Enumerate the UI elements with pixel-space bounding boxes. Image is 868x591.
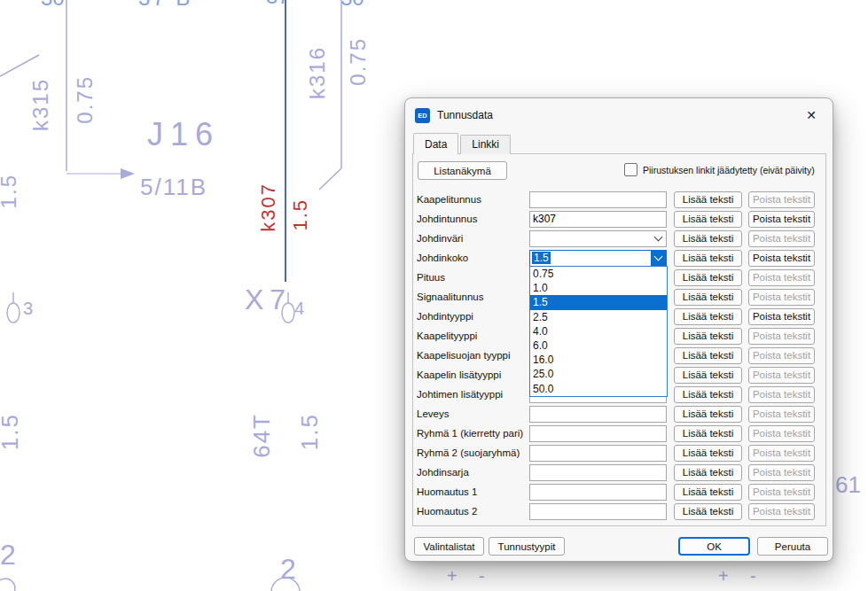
field-input[interactable] [529, 503, 667, 520]
add-text-button[interactable]: Lisää teksti [674, 386, 742, 403]
drawing-label: 2 [280, 555, 296, 583]
dialog-titlebar[interactable]: ED Tunnusdata ✕ [405, 98, 833, 132]
field-input[interactable] [529, 445, 667, 462]
valintalistat-button[interactable]: Valintalistat [414, 537, 484, 556]
drawing-label: 5/11B [140, 175, 207, 198]
drawing-label: X7 [245, 285, 292, 314]
drawing-label: k316 [307, 46, 328, 99]
add-text-button[interactable]: Lisää teksti [674, 308, 742, 325]
remove-texts-button[interactable]: Poista tekstit [748, 250, 815, 267]
drawing-label: k315 [30, 78, 51, 131]
field-combobox[interactable]: 1.5 [529, 250, 667, 267]
field-input[interactable] [529, 425, 667, 442]
field-label: Kaapelityyppi [417, 330, 529, 341]
ok-button[interactable]: OK [678, 537, 750, 556]
tab-linkki[interactable]: Linkki [460, 135, 511, 154]
add-text-button[interactable]: Lisää teksti [674, 406, 742, 423]
add-text-button[interactable]: Lisää teksti [674, 211, 742, 228]
field-row: Johdinkoko1.5Lisää tekstiPoista tekstit [413, 248, 825, 268]
combo-dropdown-button[interactable] [651, 231, 666, 246]
field-label: Ryhmä 2 (suojaryhmä) [417, 447, 529, 458]
drawing-label: 37 [266, 0, 290, 7]
dropdown-item[interactable]: 25.0 [530, 367, 667, 381]
drawing-label: k307 [259, 183, 278, 232]
johdinkoko-dropdown-list: 0.751.01.52.54.06.016.025.050.0 [529, 266, 668, 397]
drawing-label: 0.75 [74, 75, 96, 124]
dropdown-item[interactable]: 16.0 [530, 353, 667, 367]
field-input[interactable] [529, 191, 667, 208]
combo-value [530, 231, 651, 246]
drawing-label: 2 [0, 540, 16, 569]
add-text-button[interactable]: Lisää teksti [674, 484, 742, 501]
field-input[interactable] [529, 211, 667, 228]
remove-texts-button: Poista tekstit [748, 445, 815, 462]
cancel-button[interactable]: Peruuta [757, 537, 828, 556]
remove-texts-button[interactable]: Poista tekstit [748, 211, 815, 228]
tab-page-data: Listanäkymä Piirustuksen linkit jäädytet… [412, 153, 826, 526]
drawing-label: - [479, 567, 485, 585]
remove-texts-button: Poista tekstit [748, 406, 815, 423]
drawing-label: 37 B [138, 0, 192, 9]
chevron-down-icon [654, 233, 663, 242]
drawing-label: 4 [294, 299, 304, 317]
field-row: JohdinsarjaLisää tekstiPoista tekstit [413, 463, 825, 482]
field-label: Johdintunnus [417, 214, 529, 224]
drawing-label: 1.5 [0, 413, 21, 450]
dropdown-item[interactable]: 4.0 [530, 324, 667, 338]
dropdown-item[interactable]: 2.5 [530, 310, 667, 324]
field-input[interactable] [529, 406, 667, 423]
tab-data[interactable]: Data [413, 133, 458, 154]
add-text-button[interactable]: Lisää teksti [674, 445, 742, 462]
field-row: KaapelitunnusLisää tekstiPoista tekstit [413, 190, 825, 209]
list-view-button[interactable]: Listanäkymä [418, 161, 507, 180]
remove-texts-button: Poista tekstit [748, 289, 815, 306]
add-text-button[interactable]: Lisää teksti [674, 464, 742, 481]
field-label: Kaapelisuojan tyyppi [417, 350, 529, 361]
field-label: Huomautus 1 [417, 486, 529, 497]
add-text-button[interactable]: Lisää teksti [674, 367, 742, 384]
dropdown-item[interactable]: 1.0 [530, 281, 667, 295]
remove-texts-button: Poista tekstit [748, 367, 815, 384]
combo-selected-value: 1.5 [532, 252, 551, 264]
drawing-label: - [750, 567, 756, 585]
add-text-button[interactable]: Lisää teksti [674, 503, 742, 520]
field-row: Huomautus 1Lisää tekstiPoista tekstit [413, 482, 825, 502]
field-combobox[interactable] [529, 230, 667, 247]
add-text-button[interactable]: Lisää teksti [674, 347, 742, 364]
drawing-label: 0.75 [348, 37, 369, 86]
add-text-button[interactable]: Lisää teksti [674, 425, 742, 442]
dropdown-item[interactable]: 1.5 [530, 295, 667, 309]
add-text-button[interactable]: Lisää teksti [674, 250, 742, 267]
field-input[interactable] [529, 484, 667, 501]
close-icon[interactable]: ✕ [799, 104, 824, 127]
dropdown-item[interactable]: 0.75 [530, 267, 667, 281]
tunnusdata-dialog: ED Tunnusdata ✕ Data Linkki Listanäkymä … [404, 97, 833, 562]
freeze-links-option: Piirustuksen linkit jäädytetty (eivät pä… [624, 163, 815, 176]
add-text-button[interactable]: Lisää teksti [674, 191, 742, 208]
add-text-button[interactable]: Lisää teksti [674, 289, 742, 306]
remove-texts-button: Poista tekstit [748, 328, 815, 345]
combo-value: 1.5 [530, 251, 651, 266]
dropdown-item[interactable]: 6.0 [530, 338, 667, 353]
add-text-button[interactable]: Lisää teksti [674, 328, 742, 345]
combo-dropdown-button[interactable] [651, 251, 666, 266]
remove-texts-button: Poista tekstit [748, 347, 815, 364]
tab-strip: Data Linkki [413, 135, 512, 154]
tunnustyypit-button[interactable]: Tunnustyypit [489, 537, 565, 556]
remove-texts-button: Poista tekstit [748, 464, 815, 481]
drawing-label: 61 [835, 473, 861, 496]
freeze-links-checkbox[interactable] [624, 163, 637, 176]
remove-texts-button: Poista tekstit [748, 269, 815, 286]
field-label: Johdintyyppi [417, 311, 529, 322]
add-text-button[interactable]: Lisää teksti [674, 269, 742, 286]
dropdown-item[interactable]: 50.0 [530, 382, 667, 396]
field-input[interactable] [529, 464, 667, 481]
remove-texts-button: Poista tekstit [748, 386, 815, 403]
add-text-button[interactable]: Lisää teksti [674, 230, 742, 247]
remove-texts-button: Poista tekstit [748, 191, 815, 208]
remove-texts-button: Poista tekstit [748, 425, 815, 442]
field-label: Johdinkoko [417, 253, 529, 263]
remove-texts-button[interactable]: Poista tekstit [748, 308, 815, 325]
field-label: Signaalitunnus [417, 292, 529, 302]
field-row: LeveysLisää tekstiPoista tekstit [413, 404, 825, 424]
